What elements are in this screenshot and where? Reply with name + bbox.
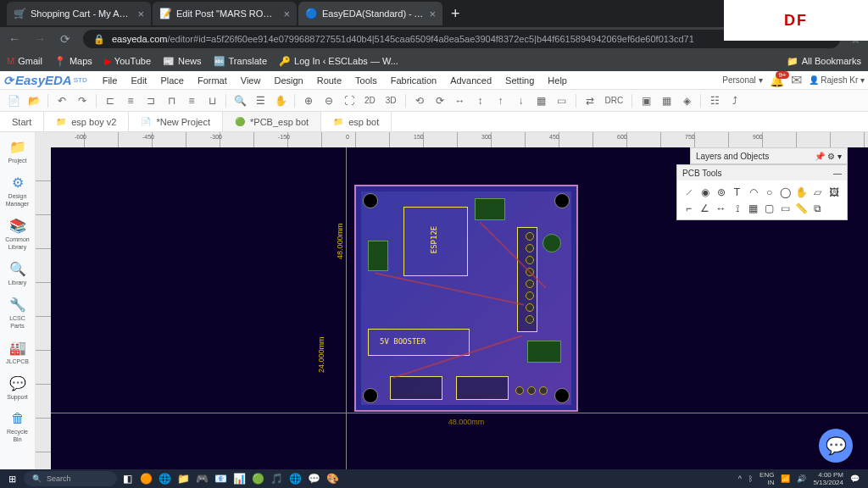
- task-app[interactable]: 📊: [231, 470, 248, 487]
- filter-button[interactable]: ✋: [272, 92, 289, 109]
- measure-tool[interactable]: 📏: [793, 200, 810, 216]
- component-connector[interactable]: [390, 376, 442, 400]
- bookmark-maps[interactable]: 📍Maps: [54, 56, 92, 67]
- bom-button[interactable]: ▣: [637, 92, 654, 109]
- menu-route[interactable]: Route: [310, 74, 348, 87]
- align-bottom-button[interactable]: ⊔: [203, 92, 220, 109]
- align-middle-button[interactable]: ≡: [183, 92, 200, 109]
- close-icon[interactable]: ×: [137, 8, 144, 20]
- forward-button[interactable]: →: [32, 32, 47, 46]
- arc-tool[interactable]: ◠: [745, 184, 761, 200]
- menu-edit[interactable]: Edit: [124, 74, 153, 87]
- sidebar-common-library[interactable]: 📚Common Library: [3, 214, 33, 254]
- sidebar-lcsc[interactable]: 🔧LCSC Parts: [3, 293, 33, 333]
- sidebar-project[interactable]: 📁Project: [3, 136, 33, 168]
- group-tool[interactable]: ⧉: [810, 200, 826, 216]
- canvas-area[interactable]: -600-450-300-1500150300450600750900 48.0…: [36, 132, 868, 469]
- align-top-button[interactable]: ⊓: [163, 92, 180, 109]
- new-tab-button[interactable]: +: [451, 5, 460, 23]
- all-bookmarks[interactable]: 📁All Bookmarks: [787, 56, 861, 67]
- flip-h-button[interactable]: ↔: [452, 92, 469, 109]
- undo-button[interactable]: ↶: [53, 92, 70, 109]
- redo-button[interactable]: ↷: [74, 92, 91, 109]
- menu-fabrication[interactable]: Fabrication: [384, 74, 443, 87]
- circle-tool[interactable]: ○: [761, 184, 777, 200]
- gear-icon[interactable]: ⚙: [827, 152, 835, 161]
- pin-icon[interactable]: 📌: [815, 152, 825, 161]
- doc-tab-espboy[interactable]: 📁esp boy v2: [44, 112, 129, 131]
- plan-label[interactable]: Personal ▾: [722, 75, 762, 85]
- bookmark-news[interactable]: 📰News: [163, 56, 202, 67]
- align-left-button[interactable]: ⊏: [102, 92, 119, 109]
- browser-tab-active[interactable]: 🔵 EasyEDA(Standard) - A Simple and ×: [298, 2, 442, 25]
- sidebar-design-manager[interactable]: ⚙Design Manager: [3, 171, 33, 211]
- pcb-board[interactable]: ESP12E 5V BOOSTER: [354, 185, 578, 412]
- browser-tab[interactable]: 🛒 Shopping Cart - My Account - PCB ×: [7, 2, 151, 25]
- move-tool[interactable]: ✋: [793, 184, 810, 200]
- start-button[interactable]: ⊞: [3, 470, 20, 487]
- dimension-tool[interactable]: ↔: [713, 200, 729, 216]
- flip-v-button[interactable]: ↕: [472, 92, 489, 109]
- doc-tab-newproject[interactable]: 📄*New Project: [129, 112, 223, 131]
- sidebar-jlcpcb[interactable]: 🏭JLCPCB: [3, 336, 33, 369]
- pcb-canvas[interactable]: 48.000mm 24.000mm ESP12E 5V BO: [51, 147, 868, 469]
- task-app[interactable]: 🟢: [249, 470, 266, 487]
- layer-stack-button[interactable]: ☷: [706, 92, 723, 109]
- bookmark-gmail[interactable]: MGmail: [7, 56, 42, 66]
- notifications-icon[interactable]: 🔔9+: [770, 74, 784, 87]
- menu-design[interactable]: Design: [267, 74, 309, 87]
- zoom-out-button[interactable]: ⊖: [320, 92, 337, 109]
- rotate-left-button[interactable]: ⟲: [411, 92, 428, 109]
- menu-place[interactable]: Place: [153, 74, 191, 87]
- line-tool[interactable]: ⌐: [681, 200, 697, 216]
- export-button[interactable]: ⤴: [726, 92, 743, 109]
- task-app[interactable]: 🎮: [193, 470, 210, 487]
- pad-tool[interactable]: ◉: [697, 184, 713, 200]
- layers-panel[interactable]: Layers and Objects 📌 ⚙ ▾: [690, 147, 848, 164]
- pcb-tools-panel[interactable]: PCB Tools — ⟋ ◉ ⊚ T ◠ ○ ◯ ✋ ▱ 🖼 ⌐: [676, 164, 848, 220]
- pick-button[interactable]: ◈: [678, 92, 695, 109]
- align-right-button[interactable]: ⊐: [142, 92, 159, 109]
- sidebar-library[interactable]: 🔍Library: [3, 258, 33, 290]
- expand-icon[interactable]: ▾: [837, 152, 842, 161]
- messages-icon[interactable]: ✉: [791, 72, 802, 88]
- tray-wifi-icon[interactable]: 📶: [781, 474, 790, 483]
- move-down-button[interactable]: ↓: [513, 92, 530, 109]
- menu-format[interactable]: Format: [191, 74, 234, 87]
- layers-button[interactable]: ☰: [252, 92, 269, 109]
- bookmark-esclabs[interactable]: 🔑Log In ‹ ESCLabs — W...: [279, 56, 398, 67]
- copper-tool[interactable]: ▦: [745, 200, 761, 216]
- chat-button[interactable]: 💬: [819, 429, 853, 463]
- menu-tools[interactable]: Tools: [348, 74, 384, 87]
- easyeda-logo[interactable]: ⟳EasyEDA: [3, 73, 72, 87]
- rotate-right-button[interactable]: ⟳: [431, 92, 448, 109]
- gerber-button[interactable]: ▦: [658, 92, 675, 109]
- task-app[interactable]: 💬: [305, 470, 322, 487]
- autoroute-button[interactable]: ⇄: [581, 92, 598, 109]
- browser-tab[interactable]: 📝 Edit Post "MARS ROVER USING N... ×: [153, 2, 297, 25]
- bookmark-youtube[interactable]: ▶YouTube: [104, 56, 151, 67]
- new-button[interactable]: 📄: [5, 92, 22, 109]
- taskbar-search[interactable]: 🔍Search: [24, 471, 117, 486]
- task-app[interactable]: 📧: [212, 470, 229, 487]
- menu-view[interactable]: View: [234, 74, 268, 87]
- track-tool[interactable]: ⟋: [681, 184, 697, 200]
- tray-clock[interactable]: 4:00 PM5/13/2024: [813, 471, 843, 486]
- view-2d-button[interactable]: 2D: [361, 96, 379, 105]
- back-button[interactable]: ←: [7, 32, 22, 46]
- user-menu[interactable]: 👤 Rajesh Kr ▾: [809, 75, 865, 85]
- tray-notifications-icon[interactable]: 💬: [850, 474, 860, 483]
- menu-advanced[interactable]: Advanced: [443, 74, 498, 87]
- align-center-button[interactable]: ≡: [122, 92, 139, 109]
- doc-tab-pcb-espbot[interactable]: 🟢*PCB_esp bot: [223, 112, 321, 131]
- task-app[interactable]: 🟠: [137, 470, 154, 487]
- doc-tab-start[interactable]: Start: [0, 112, 44, 131]
- sidebar-recycle-bin[interactable]: 🗑Recycle Bin: [3, 408, 33, 446]
- grid-button[interactable]: ▦: [533, 92, 550, 109]
- angle-tool[interactable]: ∠: [697, 200, 713, 216]
- move-up-button[interactable]: ↑: [492, 92, 509, 109]
- task-app[interactable]: 🌐: [287, 470, 303, 487]
- rect-tool[interactable]: ▭: [777, 200, 793, 216]
- menu-help[interactable]: Help: [541, 74, 574, 87]
- drc-button[interactable]: DRC: [602, 96, 627, 105]
